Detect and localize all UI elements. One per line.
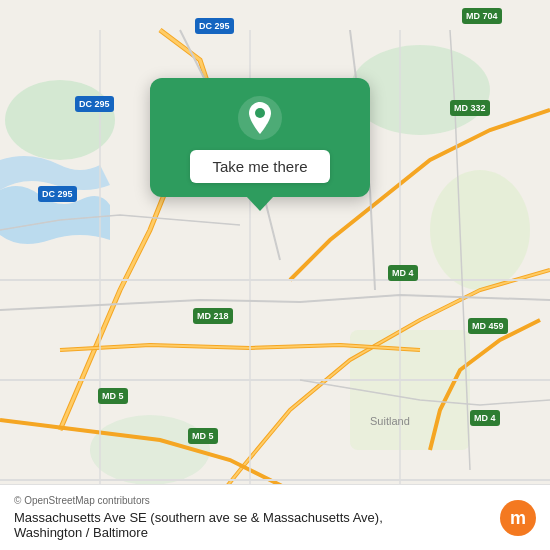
osm-credit: © OpenStreetMap contributors (14, 495, 414, 506)
location-popup: Take me there (150, 78, 370, 197)
road-badge-md4-1: MD 4 (388, 265, 418, 281)
svg-text:m: m (510, 508, 526, 528)
svg-point-2 (430, 170, 530, 290)
road-badge-md4-2: MD 4 (470, 410, 500, 426)
road-badge-dc295-2: DC 295 (75, 96, 114, 112)
map-container: Suitland DC 295 DC 295 DC 295 MD 704 MD … (0, 0, 550, 550)
take-me-there-button[interactable]: Take me there (190, 150, 329, 183)
svg-text:Suitland: Suitland (370, 415, 410, 427)
road-badge-md459: MD 459 (468, 318, 508, 334)
road-badge-dc295-1: DC 295 (195, 18, 234, 34)
location-pin-icon (238, 96, 282, 140)
location-info: © OpenStreetMap contributors Massachuset… (14, 495, 414, 540)
moovit-icon: m (500, 500, 536, 536)
moovit-logo: m (500, 500, 536, 536)
svg-point-1 (350, 45, 490, 135)
road-badge-md5-1: MD 5 (98, 388, 128, 404)
bottom-info-bar: © OpenStreetMap contributors Massachuset… (0, 484, 550, 550)
road-badge-md332: MD 332 (450, 100, 490, 116)
road-badge-md5-2: MD 5 (188, 428, 218, 444)
location-text: Massachusetts Ave SE (southern ave se & … (14, 510, 414, 540)
road-badge-md704: MD 704 (462, 8, 502, 24)
road-badge-dc295-3: DC 295 (38, 186, 77, 202)
road-badge-md218: MD 218 (193, 308, 233, 324)
svg-point-13 (255, 108, 265, 118)
svg-point-0 (5, 80, 115, 160)
